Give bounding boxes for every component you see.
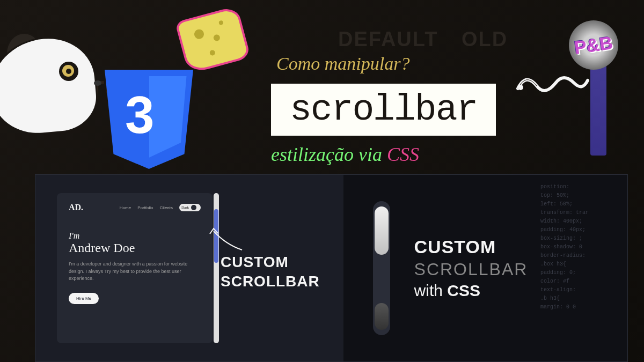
right-line3: with CSS: [414, 282, 528, 300]
avatar-label: P&B: [573, 32, 614, 58]
mini-custom-scrollbar: [214, 193, 219, 343]
svg-point-0: [518, 85, 523, 90]
mini-nav-link: Clients: [160, 205, 173, 210]
bg-label-old: OLD: [462, 28, 508, 51]
brand-avatar: P&B: [569, 20, 618, 70]
title-block: Como manipular? scrollbar estilização vi…: [271, 54, 496, 166]
subtitle-desc: estilização via CSS: [271, 143, 496, 166]
label-line2: SCROLLBAR: [221, 272, 320, 291]
main-title: scrollbar: [271, 84, 496, 136]
css3-shield-icon: 3: [105, 70, 193, 169]
mouse-illustration: [0, 38, 107, 150]
examples-panel: AD. Home Portfolio Clients Dark I'm Andr…: [35, 174, 628, 362]
label-line1: CUSTOM: [221, 253, 320, 272]
css3-number: 3: [125, 85, 155, 145]
right-line2: SCROLLBAR: [414, 260, 528, 279]
code-background: position: top: 50%; left: 50%; transform…: [536, 175, 627, 361]
mini-nav-link: Home: [120, 205, 131, 210]
example-custom-scrollbar-site: AD. Home Portfolio Clients Dark I'm Andr…: [35, 175, 343, 361]
mini-hero-name: Andrew Doe: [69, 241, 201, 255]
panel-left-label: CUSTOM SCROLLBAR: [221, 253, 320, 292]
mini-hero-prefix: I'm: [69, 231, 201, 241]
big-scrollbar-illustration: [373, 201, 390, 335]
bg-label-default: DEFAULT: [338, 28, 438, 51]
right-line1: CUSTOM: [414, 237, 528, 257]
mini-dark-toggle: Dark: [179, 204, 201, 211]
mini-nav: AD. Home Portfolio Clients Dark: [69, 203, 201, 212]
arrow-icon: [207, 226, 245, 253]
mini-logo: AD.: [69, 203, 83, 212]
mini-nav-link: Portfolio: [137, 205, 153, 210]
mini-hire-button: Hire Me: [69, 293, 99, 304]
subtitle-question: Como manipular?: [276, 54, 496, 74]
subtitle-desc-part2: CSS: [387, 144, 419, 165]
mini-hero-desc: I'm a developer and designer with a pass…: [69, 261, 201, 283]
example-custom-scrollbar-css: CUSTOM SCROLLBAR with CSS position: top:…: [343, 175, 627, 361]
mini-website-preview: AD. Home Portfolio Clients Dark I'm Andr…: [57, 193, 213, 343]
worm-illustration: [515, 67, 590, 99]
panel-right-label: CUSTOM SCROLLBAR with CSS: [414, 237, 528, 300]
subtitle-desc-part1: estilização via: [271, 144, 387, 165]
